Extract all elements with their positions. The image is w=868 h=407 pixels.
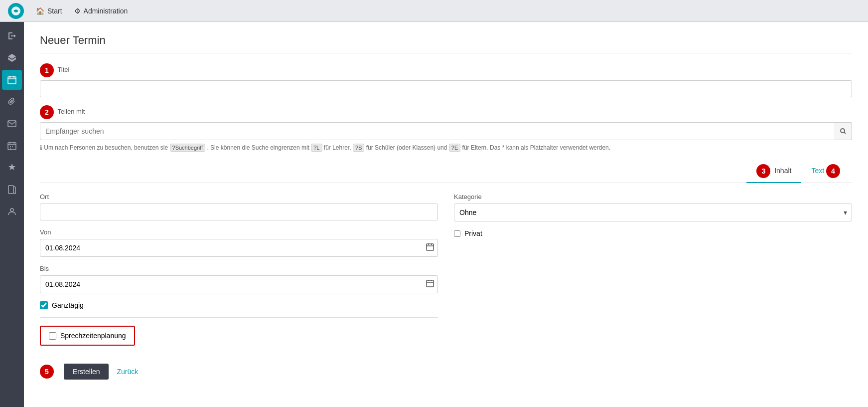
search-input[interactable] xyxy=(40,122,852,140)
badge-4: 4 xyxy=(826,164,840,178)
sprechzeiten-label: Sprechzeitenplanung xyxy=(60,332,126,340)
ort-label: Ort xyxy=(40,193,438,201)
svg-rect-4 xyxy=(8,186,13,194)
sidebar-item-profile[interactable] xyxy=(2,202,22,221)
search-wrapper xyxy=(40,122,852,140)
right-column: Kategorie Ohne ▾ Privat xyxy=(454,193,852,356)
kategorie-select[interactable]: Ohne xyxy=(454,204,852,221)
nav-administration[interactable]: ⚙ Administration xyxy=(74,7,128,15)
sprechzeiten-checkbox[interactable] xyxy=(49,332,56,340)
info-tag2: ?L xyxy=(311,144,322,152)
ganztagig-label: Ganztägig xyxy=(52,301,84,309)
sidebar-item-pinboard[interactable] xyxy=(2,158,22,178)
bis-calendar-icon[interactable] xyxy=(426,279,434,289)
bis-group: Bis xyxy=(40,265,438,293)
ort-input[interactable] xyxy=(40,204,438,220)
privat-label: Privat xyxy=(464,229,482,237)
von-input[interactable] xyxy=(40,239,438,257)
svg-point-5 xyxy=(10,208,13,211)
svg-rect-7 xyxy=(427,244,434,250)
teilen-label: 2 Teilen mit xyxy=(40,105,852,119)
von-calendar-icon[interactable] xyxy=(426,243,434,253)
app-logo[interactable] xyxy=(8,3,24,19)
create-button[interactable]: Erstellen xyxy=(64,364,109,380)
tab-text[interactable]: Text 4 xyxy=(801,160,852,183)
home-icon: 🏠 xyxy=(36,7,44,15)
kategorie-group: Kategorie Ohne ▾ xyxy=(454,193,852,221)
svg-point-6 xyxy=(841,129,845,133)
sidebar-item-appointments[interactable] xyxy=(2,136,22,156)
ort-group: Ort xyxy=(40,193,438,220)
title-divider xyxy=(40,53,852,53)
back-link[interactable]: Zurück xyxy=(117,368,138,376)
tab-inhalt[interactable]: 3 Inhalt xyxy=(746,160,801,183)
svg-rect-8 xyxy=(427,280,434,287)
von-date-wrapper xyxy=(40,239,438,257)
section-divider xyxy=(40,317,438,318)
ganztagig-checkbox[interactable] xyxy=(40,301,48,309)
svg-rect-2 xyxy=(8,121,16,127)
bis-label: Bis xyxy=(40,265,438,272)
badge-5: 5 xyxy=(40,365,54,379)
tabs-row: 3 Inhalt Text 4 xyxy=(40,160,852,183)
titel-group: 1 Titel xyxy=(40,63,852,97)
sidebar-item-mail[interactable] xyxy=(2,114,22,134)
von-group: Von xyxy=(40,228,438,257)
badge-3: 3 xyxy=(756,164,770,178)
svg-rect-3 xyxy=(8,143,16,150)
form-columns: Ort Von xyxy=(40,193,852,356)
gear-icon: ⚙ xyxy=(74,7,81,15)
kategorie-select-wrapper: Ohne ▾ xyxy=(454,204,852,221)
sidebar-item-calendar[interactable] xyxy=(2,70,22,90)
sidebar-item-books[interactable] xyxy=(2,180,22,200)
topnav: 🏠 Start ⚙ Administration xyxy=(0,0,868,22)
actions-row: 5 Erstellen Zurück xyxy=(40,364,852,380)
privat-row: Privat xyxy=(454,229,852,237)
privat-checkbox[interactable] xyxy=(454,230,460,237)
sidebar-item-logout[interactable] xyxy=(2,26,22,46)
sidebar-item-school[interactable] xyxy=(2,48,22,68)
teilen-group: 2 Teilen mit ℹ Um nach Personen zu besuc… xyxy=(40,105,852,152)
von-label: Von xyxy=(40,228,438,236)
kategorie-label: Kategorie xyxy=(454,193,852,201)
ganztagig-row: Ganztägig xyxy=(40,301,438,309)
search-button[interactable] xyxy=(834,122,852,140)
badge-1: 1 xyxy=(40,63,54,77)
titel-input[interactable] xyxy=(40,80,852,97)
bis-input[interactable] xyxy=(40,275,438,293)
badge-2: 2 xyxy=(40,105,54,119)
main-content: Neuer Termin 1 Titel 2 Teilen mit xyxy=(24,22,868,407)
titel-label: 1 Titel xyxy=(40,63,852,77)
page-title: Neuer Termin xyxy=(40,34,852,47)
sprechzeiten-box: Sprechzeitenplanung xyxy=(40,326,135,346)
info-tag1: ?Suchbegriff xyxy=(170,144,206,152)
bis-date-wrapper xyxy=(40,275,438,293)
left-column: Ort Von xyxy=(40,193,438,356)
info-tag4: ?E xyxy=(449,144,460,152)
sidebar-item-attachments[interactable] xyxy=(2,92,22,112)
nav-start[interactable]: 🏠 Start xyxy=(36,7,62,15)
svg-rect-1 xyxy=(8,77,16,84)
info-tag3: ?S xyxy=(353,144,364,152)
info-text: ℹ Um nach Personen zu besuchen, benutzen… xyxy=(40,143,852,152)
sidebar xyxy=(0,22,24,407)
